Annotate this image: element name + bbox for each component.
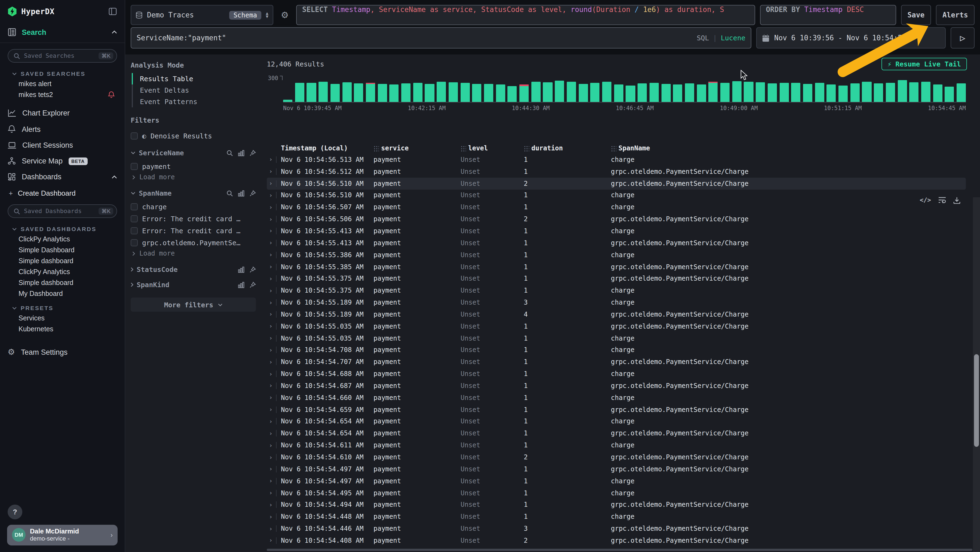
histogram-bar[interactable] [744,81,753,102]
histogram-bar[interactable] [307,83,316,102]
table-row[interactable]: ›Nov 6 10:54:54.497 AMpaymentUnset1grpc.… [267,463,966,475]
row-expander[interactable]: › [267,228,281,235]
source-select[interactable]: Demo Traces Schema ▲▼ [130,5,273,25]
histogram-bar[interactable] [472,84,482,102]
create-dashboard-button[interactable]: + Create Dashboard [0,185,125,198]
load-more-button[interactable]: Load more [130,172,256,182]
horizontal-scrollbar[interactable] [267,549,972,551]
row-expander[interactable]: › [267,335,281,341]
row-expander[interactable]: › [267,311,281,318]
histogram-bar[interactable] [460,83,469,102]
row-expander[interactable]: › [267,513,281,520]
table-row[interactable]: ›Nov 6 10:54:55.413 AMpaymentUnset1grpc.… [267,237,966,249]
schema-badge[interactable]: Schema [229,11,262,19]
saved-dashboard-item[interactable]: ClickPy Analytics [0,234,125,245]
table-row[interactable]: ›Nov 6 10:54:54.497 AMpaymentUnset1charg… [267,475,966,487]
row-expander[interactable]: › [267,192,281,199]
row-expander[interactable]: › [267,156,281,163]
histogram-bar[interactable] [886,83,895,102]
download-icon[interactable] [953,196,960,204]
row-expander[interactable]: › [267,442,281,449]
histogram-bar[interactable] [590,83,600,102]
row-expander[interactable]: › [267,346,281,354]
checkbox[interactable] [130,227,138,234]
table-row[interactable]: ›Nov 6 10:54:55.189 AMpaymentUnset4grpc.… [267,308,966,321]
filter-option[interactable]: payment [130,160,256,172]
sidebar-item-team-settings[interactable]: ⚙ Team Settings [0,343,125,361]
filter-group-spanname[interactable]: SpanName [130,189,256,197]
row-expander[interactable]: › [267,466,281,473]
histogram-bar[interactable] [780,83,789,102]
histogram-bar[interactable] [366,83,375,102]
histogram-bar[interactable] [709,81,718,102]
denoise-results-option[interactable]: ◐ Denoise Results [130,130,256,142]
load-more-button[interactable]: Load more [130,249,256,258]
saved-searches-input[interactable]: Saved Searches ⌘K [8,49,117,63]
row-expander[interactable]: › [267,263,281,270]
user-menu[interactable]: DM Dale McDiarmid demo-service - › [7,525,118,546]
table-row[interactable]: ›Nov 6 10:54:54.687 AMpaymentUnset1grpc.… [267,380,966,392]
table-row[interactable]: ›Nov 6 10:54:54.708 AMpaymentUnset1charg… [267,344,966,356]
sidebar-item-search[interactable]: Search [0,22,125,43]
table-row[interactable]: ›Nov 6 10:54:54.408 AMpaymentUnset2grpc.… [267,534,966,547]
histogram-bar[interactable] [732,81,741,102]
row-expander[interactable]: › [267,430,281,437]
table-row[interactable]: ›Nov 6 10:54:54.654 AMpaymentUnset1grpc.… [267,428,966,439]
search-icon[interactable] [226,150,233,156]
column-level[interactable]: level [461,144,524,152]
table-row[interactable]: ›Nov 6 10:54:54.688 AMpaymentUnset1charg… [267,368,966,380]
language-sql[interactable]: SQL [697,34,709,42]
filter-option[interactable]: Error: The credit card … [130,225,256,236]
histogram-bar[interactable] [449,82,458,102]
table-row[interactable]: ›Nov 6 10:54:54.611 AMpaymentUnset1charg… [267,439,966,451]
column-drag-handle[interactable] [524,145,529,151]
saved-dashboards-input[interactable]: Saved Dashboards ⌘K [8,204,117,218]
pin-icon[interactable] [249,190,256,196]
column-drag-handle[interactable] [611,145,616,151]
checkbox[interactable] [130,203,138,210]
table-row[interactable]: ›Nov 6 10:54:54.610 AMpaymentUnset2grpc.… [267,451,966,463]
row-expander[interactable]: › [267,299,281,306]
table-row[interactable]: ›Nov 6 10:54:54.707 AMpaymentUnset1grpc.… [267,356,966,368]
histogram-bars[interactable] [283,77,966,102]
histogram-bar[interactable] [768,83,777,102]
order-by-input[interactable]: ORDER BY Timestamp DESC [760,5,896,25]
row-expander[interactable]: › [267,275,281,282]
checkbox[interactable] [130,215,138,222]
saved-dashboard-item[interactable]: My Dashboard [0,288,125,299]
histogram-bar[interactable] [484,84,493,102]
table-row[interactable]: ›Nov 6 10:54:56.513 AMpaymentUnset1charg… [267,154,966,166]
histogram-bar[interactable] [815,83,824,102]
source-settings-button[interactable]: ⚙ [278,5,291,25]
histogram-bar[interactable] [331,84,340,102]
sidebar-item-client-sessions[interactable]: Client Sessions [0,137,125,153]
histogram-bar[interactable] [318,81,328,102]
sidebar-collapse-icon[interactable] [108,7,117,16]
table-row[interactable]: ›Nov 6 10:54:56.507 AMpaymentUnset1charg… [267,201,966,213]
presets-header[interactable]: PRESETS [12,305,125,311]
table-row[interactable]: ›Nov 6 10:54:55.386 AMpaymentUnset1charg… [267,249,966,261]
row-expander[interactable]: › [267,359,281,365]
filter-group-statuscode[interactable]: StatusCode [130,265,256,274]
column-drag-handle[interactable] [374,145,379,151]
row-expander[interactable]: › [267,394,281,401]
language-lucene[interactable]: Lucene [721,34,745,42]
saved-dashboard-item[interactable]: Simple dashboard [0,278,125,288]
table-row[interactable]: ›Nov 6 10:54:54.660 AMpaymentUnset1charg… [267,392,966,404]
checkbox[interactable] [130,163,138,170]
row-expander[interactable]: › [267,204,281,211]
row-expander[interactable]: › [267,287,281,294]
row-expander[interactable]: › [267,501,281,508]
table-row[interactable]: ›Nov 6 10:54:55.385 AMpaymentUnset1grpc.… [267,261,966,273]
histogram-bar[interactable] [791,83,800,102]
histogram-bar[interactable] [945,87,954,102]
histogram-bar[interactable] [685,84,694,102]
sidebar-item-chart-explorer[interactable]: Chart Explorer [0,105,125,121]
histogram-bar[interactable] [295,83,304,102]
column-service[interactable]: service [374,144,461,152]
histogram-bar[interactable] [354,84,363,102]
checkbox[interactable] [130,132,138,139]
time-range-picker[interactable]: Nov 6 10:39:56 - Nov 6 10:54:56 [756,27,946,48]
wrap-text-icon[interactable] [938,197,946,203]
table-row[interactable]: ›Nov 6 10:54:56.510 AMpaymentUnset2grpc.… [267,177,966,189]
